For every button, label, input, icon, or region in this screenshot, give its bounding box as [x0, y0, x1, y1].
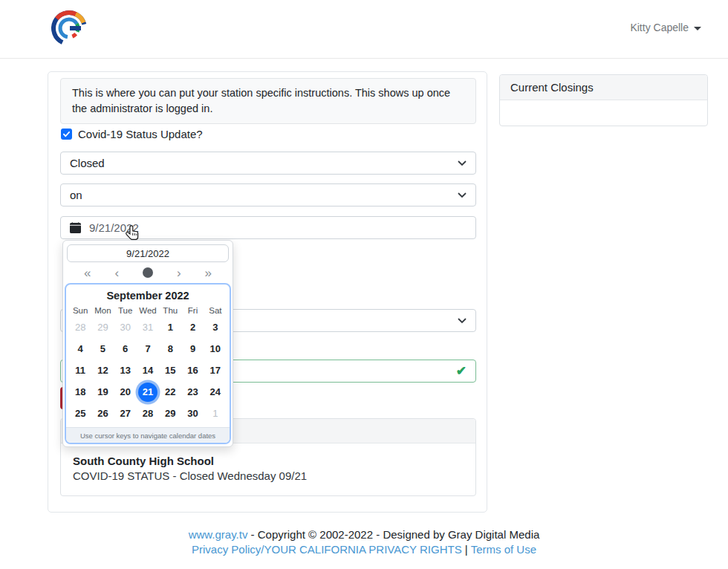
- calendar-day[interactable]: 14: [137, 360, 159, 381]
- today-button[interactable]: [143, 267, 153, 278]
- chevron-down-icon: [458, 192, 467, 198]
- current-closings-empty-body: [500, 100, 707, 126]
- calendar-day-name: Fri: [181, 306, 204, 315]
- calendar-day[interactable]: 29: [91, 316, 114, 338]
- preview-school-name: South County High School: [73, 455, 464, 467]
- calendar-day[interactable]: 24: [204, 381, 227, 403]
- calendar-day[interactable]: 4: [69, 338, 91, 360]
- terms-of-use-link[interactable]: Terms of Use: [471, 543, 536, 556]
- copyright-text: - Copyright © 2002-2022 - Designed by Gr…: [247, 528, 539, 541]
- calendar-day[interactable]: 16: [181, 360, 204, 381]
- calendar-day-name: Sun: [69, 306, 91, 315]
- calendar-day[interactable]: 5: [91, 338, 114, 360]
- footer-copyright-line: www.gray.tv - Copyright © 2002-2022 - De…: [0, 527, 728, 542]
- legal-separator: |: [462, 543, 471, 556]
- datepicker-nav: « ‹ › »: [65, 262, 231, 283]
- current-closings-title: Current Closings: [510, 81, 594, 94]
- calendar-day[interactable]: 26: [91, 403, 114, 424]
- closings-form-panel: This is where you can put your station s…: [48, 71, 487, 513]
- current-closings-panel: Current Closings: [499, 74, 708, 126]
- calendar-day[interactable]: 1: [159, 316, 181, 338]
- current-closings-header: Current Closings: [500, 75, 707, 100]
- calendar-day[interactable]: 19: [91, 381, 114, 403]
- chevron-down-icon: [458, 160, 467, 166]
- calendar-day[interactable]: 11: [69, 360, 91, 381]
- date-input[interactable]: 9/21/2022: [60, 216, 476, 239]
- chevron-down-icon: [694, 27, 701, 30]
- calendar-day[interactable]: 8: [159, 338, 181, 360]
- next-month-button[interactable]: ›: [177, 267, 181, 279]
- calendar-day[interactable]: 2: [181, 316, 204, 338]
- covid-status-checkbox-label: Covid-19 Status Update?: [78, 128, 203, 140]
- calendar-day[interactable]: 9: [181, 338, 204, 360]
- prev-month-button[interactable]: ‹: [114, 267, 119, 279]
- covid-status-checkbox-row: Covid-19 Status Update?: [61, 128, 203, 140]
- calendar-day[interactable]: 18: [69, 381, 91, 403]
- preposition-select[interactable]: on: [60, 183, 476, 207]
- check-icon: [62, 130, 71, 138]
- calendar-day[interactable]: 21: [138, 383, 157, 402]
- calendar-day[interactable]: 31: [137, 316, 159, 338]
- next-year-button[interactable]: »: [205, 267, 212, 279]
- calendar-day-name: Thu: [159, 306, 181, 315]
- calendar-day-name: Sat: [204, 306, 227, 315]
- station-instructions-text: This is where you can put your station s…: [60, 78, 476, 124]
- date-input-value: 9/21/2022: [89, 221, 139, 234]
- preview-status-line: COVID-19 STATUS - Closed Wednesday 09/21: [73, 469, 464, 482]
- calendar-day[interactable]: 15: [159, 360, 181, 381]
- calendar-day-name: Tue: [114, 306, 137, 315]
- calendar-grid: 2829303112345678910111213141516171819202…: [66, 316, 230, 427]
- calendar-day[interactable]: 23: [181, 381, 204, 403]
- calendar-day[interactable]: 30: [114, 316, 137, 338]
- calendar-day[interactable]: 7: [137, 338, 159, 360]
- calendar-day-name: Wed: [137, 306, 159, 315]
- calendar-day[interactable]: 13: [114, 360, 137, 381]
- calendar-day[interactable]: 12: [91, 360, 114, 381]
- prev-year-button[interactable]: «: [84, 267, 91, 279]
- footer-legal-line: Privacy Policy/YOUR CALIFORNIA PRIVACY R…: [0, 542, 728, 557]
- calendar-day[interactable]: 22: [159, 381, 181, 403]
- calendar-month-title[interactable]: September 2022: [66, 284, 230, 304]
- user-account-menu[interactable]: Kitty Capelle: [630, 22, 701, 33]
- calendar-day[interactable]: 1: [204, 403, 227, 424]
- privacy-policy-link[interactable]: Privacy Policy/YOUR CALIFORNIA PRIVACY R…: [192, 543, 462, 556]
- calendar-day-name: Mon: [91, 306, 114, 315]
- calendar-day-names: SunMonTueWedThuFriSat: [66, 304, 230, 316]
- calendar-widget: September 2022 SunMonTueWedThuFriSat 282…: [65, 283, 231, 444]
- gray-tv-link[interactable]: www.gray.tv: [189, 528, 248, 541]
- calendar-help-note: Use cursor keys to navigate calendar dat…: [66, 427, 230, 443]
- calendar-day[interactable]: 10: [204, 338, 227, 360]
- status-select-value: Closed: [70, 157, 105, 169]
- calendar-day[interactable]: 28: [69, 316, 91, 338]
- calendar-day[interactable]: 20: [114, 381, 137, 403]
- calendar-day[interactable]: 25: [69, 403, 91, 424]
- status-select[interactable]: Closed: [60, 152, 476, 175]
- calendar-day[interactable]: 29: [159, 403, 181, 424]
- user-name-label: Kitty Capelle: [630, 22, 689, 33]
- valid-check-icon: ✔: [456, 363, 467, 379]
- covid-status-checkbox[interactable]: [61, 129, 72, 140]
- calendar-day[interactable]: 27: [114, 403, 137, 424]
- calendar-day[interactable]: 6: [114, 338, 137, 360]
- preposition-select-value: on: [70, 189, 82, 201]
- calendar-icon: [70, 222, 81, 233]
- gray-tv-logo-icon[interactable]: [49, 8, 89, 48]
- calendar-day[interactable]: 30: [181, 403, 204, 424]
- page-footer: www.gray.tv - Copyright © 2002-2022 - De…: [0, 527, 728, 557]
- datepicker-popup: « ‹ › » September 2022 SunMonTueWedThuFr…: [62, 240, 233, 447]
- top-header: Kitty Capelle: [0, 0, 728, 59]
- calendar-day[interactable]: 28: [137, 403, 159, 424]
- calendar-day[interactable]: 3: [204, 316, 227, 338]
- calendar-day[interactable]: 17: [204, 360, 227, 381]
- preview-card-body: South County High School COVID-19 STATUS…: [61, 443, 475, 495]
- chevron-down-icon: [458, 318, 467, 324]
- datepicker-text-input[interactable]: [67, 244, 229, 262]
